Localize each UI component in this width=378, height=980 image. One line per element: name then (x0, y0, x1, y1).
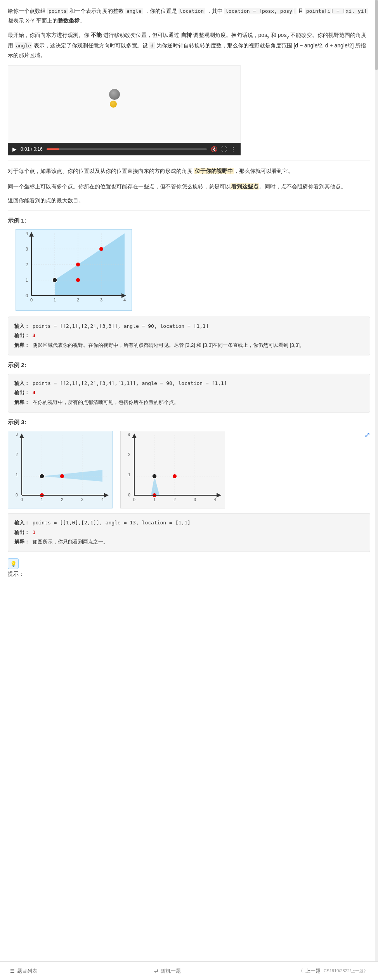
svg-text:4: 4 (26, 231, 28, 236)
hint-icon[interactable]: 💡 (8, 558, 19, 569)
example2-code-block: 输入： points = [[2,1],[2,2],[3,4],[1,1]], … (8, 374, 370, 413)
svg-text:3: 3 (26, 247, 28, 251)
svg-marker-40 (42, 470, 102, 482)
example1-code-block: 输入： points = [[2,1],[2,2],[3,3]], angle … (8, 317, 370, 355)
example3-explain-text: 如图所示，你只能看到两点之一。 (33, 539, 108, 545)
prev-label: 上一题 (305, 968, 321, 975)
example1-title: 示例 1: (8, 217, 370, 225)
svg-text:1: 1 (41, 498, 43, 502)
animation-dot-yellow (110, 101, 117, 108)
example2-input-value: points = [[2,1],[2,2],[3,4],[1,1]], angl… (33, 380, 227, 386)
example1-output-label: 输出： (14, 332, 29, 338)
svg-text:0: 0 (21, 498, 23, 502)
example3-chart-left: 0 1 2 3 4 0 1 2 3 (8, 431, 113, 508)
example2-section: 示例 2: 输入： points = [[2,1],[2,2],[3,4],[1… (8, 362, 370, 413)
example2-input-label: 输入： (14, 380, 29, 386)
svg-text:4: 4 (101, 498, 104, 502)
example2-explain-text: 在你的视野中，所有的点都清晰可见，包括你所在位置的那个点。 (33, 399, 179, 405)
svg-point-25 (99, 247, 103, 251)
svg-point-69 (152, 474, 157, 479)
prev-icon: 〈 (298, 968, 303, 975)
menu-button[interactable]: ☰ 题目列表 (6, 965, 41, 977)
example1-chart: 0 1 2 3 4 0 1 2 3 4 (16, 229, 132, 311)
animation-dot-gray (109, 89, 120, 100)
svg-text:4: 4 (128, 432, 130, 437)
svg-point-26 (52, 278, 57, 282)
svg-text:0: 0 (30, 298, 33, 302)
return-text: 返回你能看到的点的最大数目。 (8, 197, 370, 204)
expand-icon[interactable]: ⤢ (364, 431, 370, 439)
video-controls: ▶ 0:01 / 0:16 🔇 ⛶ ⋮ (8, 143, 241, 155)
example1-explain-label: 解释： (14, 342, 29, 348)
random-btn[interactable]: ⇄ 随机一题 (154, 968, 181, 975)
nav-prev-next: 〈 上一题 CS1910/2822/上一题》 (294, 965, 372, 977)
example3-output-line: 输出： 1 (14, 528, 364, 538)
random-label: 随机一题 (161, 968, 181, 975)
svg-text:2: 2 (173, 498, 176, 502)
scrollbar-track[interactable] (375, 0, 378, 980)
svg-text:2: 2 (128, 453, 130, 457)
intro-para2: 最开始，你面向东方进行观测。你 不能 进行移动改变位置，但可以通过 自转 调整观… (8, 30, 370, 60)
example1-output-line: 输出： 3 (14, 331, 364, 341)
svg-text:2: 2 (16, 453, 18, 457)
menu-label: 题目列表 (17, 968, 37, 975)
menu-icon: ☰ (10, 968, 15, 974)
video-progress-bar[interactable] (47, 148, 207, 150)
example3-explain-line: 解释： 如图所示，你只能看到两点之一。 (14, 537, 364, 547)
example1-input-line: 输入： points = [[2,1],[2,2],[3,3]], angle … (14, 322, 364, 331)
example3-charts-row: 0 1 2 3 4 0 1 2 3 (8, 431, 370, 508)
svg-text:1: 1 (153, 498, 156, 502)
example2-input-line: 输入： points = [[2,1],[2,2],[3,4],[1,1]], … (14, 379, 364, 388)
example1-section: 示例 1: 0 1 2 3 4 0 (8, 217, 370, 355)
svg-text:0: 0 (128, 493, 130, 497)
intro-para1: 给你一个点数组 points 和一个表示角度的整数 angle ，你的位置是 l… (8, 6, 370, 26)
divider-2 (8, 211, 370, 211)
prev-detail: CS1910/2822/上一题》 (324, 968, 368, 974)
svg-text:2: 2 (61, 498, 63, 502)
prev-button[interactable]: 〈 上一题 CS1910/2822/上一题》 (294, 965, 372, 977)
hint-label: 提示： (8, 571, 370, 578)
hint-section: 💡 提示： (8, 558, 370, 578)
example2-explain-label: 解释： (14, 399, 29, 405)
expand-icon-wrapper[interactable]: ⤢ (364, 431, 370, 439)
svg-text:2: 2 (77, 298, 79, 302)
example3-explain-label: 解释： (14, 539, 29, 545)
svg-text:1: 1 (128, 473, 130, 477)
example1-chart-wrapper: 0 1 2 3 4 0 1 2 3 4 (16, 229, 370, 312)
svg-text:0: 0 (16, 493, 18, 497)
video-fullscreen-button[interactable]: ⛶ (221, 146, 227, 152)
video-time: 0:01 / 0:16 (21, 146, 43, 152)
svg-text:3: 3 (194, 498, 196, 502)
svg-text:4: 4 (214, 498, 216, 502)
scrollbar-thumb[interactable] (375, 0, 378, 70)
svg-text:1: 1 (54, 298, 56, 302)
example2-title: 示例 2: (8, 362, 370, 369)
example2-output-label: 输出： (14, 390, 29, 395)
example1-input-label: 输入： (14, 323, 29, 329)
example3-input-value: points = [[1,0],[2,1]], angle = 13, loca… (33, 520, 191, 526)
example1-output-value: 3 (33, 332, 36, 338)
example3-output-label: 输出： (14, 529, 29, 535)
video-progress-fill (47, 148, 59, 150)
after-video-para2: 同一个坐标上可以有多个点。你所在的位置也可能存在一些点，但不管你怎么旋转，总是可… (8, 181, 370, 192)
example3-chart-area: ⤢ 0 1 2 3 4 0 1 (8, 431, 370, 508)
video-more-button[interactable]: ⋮ (231, 146, 236, 152)
hint-icon-wrapper[interactable]: 💡 (8, 558, 370, 569)
svg-text:3: 3 (81, 498, 83, 502)
example3-output-value: 1 (33, 529, 36, 535)
svg-point-46 (60, 474, 64, 478)
svg-text:1: 1 (26, 278, 28, 282)
svg-text:4: 4 (123, 298, 126, 302)
video-play-button[interactable]: ▶ (12, 146, 17, 152)
svg-point-68 (173, 474, 177, 478)
video-mute-button[interactable]: 🔇 (211, 146, 217, 152)
page-wrapper: 给你一个点数组 points 和一个表示角度的整数 angle ，你的位置是 l… (0, 0, 378, 980)
svg-text:1: 1 (16, 473, 18, 477)
svg-text:2: 2 (26, 262, 28, 267)
svg-text:0: 0 (133, 498, 135, 502)
svg-text:3: 3 (16, 432, 18, 437)
example1-input-value: points = [[2,1],[2,2],[3,3]], angle = 90… (33, 323, 209, 329)
example3-title: 示例 3: (8, 419, 370, 426)
after-video-para1: 对于每个点，如果该点、你的位置以及从你的位置直接向东的方向形成的角度 位于你的视… (8, 166, 370, 176)
video-animation-area (8, 65, 241, 143)
